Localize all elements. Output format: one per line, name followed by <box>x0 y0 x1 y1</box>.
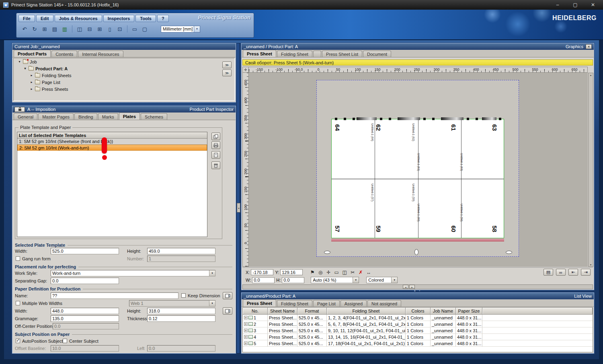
tree-item-job[interactable]: ▾ Job <box>14 58 234 65</box>
doc-add-icon[interactable]: ⊞ <box>95 25 104 33</box>
lock-button[interactable] <box>14 107 25 112</box>
collapse-icon[interactable]: ▸ <box>30 74 33 77</box>
fast-forward-alt-icon[interactable]: ≫ <box>222 70 232 76</box>
tab-not-assigned[interactable]: Not assigned <box>367 300 401 307</box>
fit-page-icon[interactable]: ⇥ <box>581 269 591 276</box>
autoposition-checkbox[interactable] <box>16 339 20 343</box>
separating-gap-field[interactable]: 0.0 <box>51 278 119 284</box>
table-row[interactable]: +1 Press Sheet... 525.0 x 45... 1, 2, 3,… <box>243 315 593 321</box>
select-tool-icon[interactable]: ⚑ <box>308 269 316 276</box>
tab-assigned[interactable]: Assigned <box>340 300 367 307</box>
tab-contents[interactable]: Contents <box>51 51 77 57</box>
col-no[interactable]: No. <box>243 308 268 315</box>
redo-icon[interactable]: ↻ <box>30 25 39 33</box>
x-field[interactable]: -170.18 <box>251 269 273 275</box>
tab-general[interactable]: General <box>14 113 37 120</box>
col-format[interactable]: Format <box>297 308 327 315</box>
keyboard-icon[interactable]: ▤ <box>544 269 553 276</box>
work-style-select[interactable]: Work-and-turn ▼ <box>51 270 215 276</box>
doc-center-icon[interactable]: ⊡ <box>115 25 124 33</box>
chevron-down-icon[interactable]: ▼ <box>209 270 215 276</box>
plate-width-field[interactable]: 525.0 <box>51 248 119 254</box>
doc-wide-icon[interactable]: ▭ <box>130 25 139 33</box>
tab-document[interactable]: Document <box>363 51 391 57</box>
col-paper-size[interactable]: Paper Size <box>456 308 482 315</box>
w-field[interactable]: 0.0 <box>252 277 275 283</box>
table-row[interactable]: +5 Press Sheet... 525.0 x 45... 17, 18(F… <box>243 340 593 347</box>
tab-page-list[interactable] <box>313 51 321 57</box>
close-panel-icon[interactable]: ✕ <box>586 44 592 49</box>
tab-press-sheet-lv[interactable]: Press Sheet <box>243 299 276 307</box>
col-colors[interactable]: Colors <box>406 308 431 315</box>
tab-schemes[interactable]: Schemes <box>141 113 167 120</box>
menu-file[interactable]: File <box>18 15 35 22</box>
tab-folding-sheet-lv[interactable]: Folding Sheet <box>277 300 312 307</box>
expand-plus-icon[interactable]: + <box>244 342 248 345</box>
chevron-down-icon[interactable]: ▼ <box>391 277 397 283</box>
swap-dimensions-icon[interactable] <box>223 307 232 315</box>
tab-press-sheet[interactable]: Press Sheet <box>243 50 276 57</box>
table-row[interactable]: +3 Press Sheet... 525.0 x 45... 9, 10, 1… <box>243 327 593 334</box>
unit-select[interactable]: Millimeter [mm] ▼ <box>161 26 200 33</box>
doc-inspect-icon[interactable]: ◫ <box>75 25 84 33</box>
expand-icon[interactable]: ▾ <box>18 60 21 63</box>
doc-sheet-icon[interactable]: ▢ <box>140 25 149 33</box>
tab-master-pages[interactable]: Master Pages <box>38 113 74 120</box>
cut-tool-icon[interactable]: ✂ <box>349 269 357 276</box>
y-field[interactable]: 129.16 <box>280 269 303 275</box>
splitter-handle[interactable]: ◂ <box>237 203 240 213</box>
collapse-icon[interactable]: ▸ <box>30 87 33 91</box>
vertical-splitter[interactable] <box>237 43 240 354</box>
menu-inspectors[interactable]: Inspectors <box>103 15 135 22</box>
undo-icon[interactable]: ↶ <box>20 25 29 33</box>
table-row[interactable]: +4 Press Sheet... 525.0 x 45... 13, 14, … <box>243 334 593 340</box>
tree-item-press-sheets[interactable]: ▸ Press Sheets <box>14 86 234 92</box>
tree-item-page-list[interactable]: ▸ Page List <box>14 79 234 86</box>
gang-run-checkbox[interactable] <box>16 256 20 261</box>
col-folding-sheet[interactable]: Folding Sheet <box>327 308 406 315</box>
menu-tools[interactable]: Tools <box>135 15 156 22</box>
tab-plates[interactable]: Plates <box>119 112 140 120</box>
multiple-web-checkbox[interactable] <box>16 301 20 305</box>
plate-template-row[interactable]: 1: SM 52 gm 10/Int (Sheetwise (front and… <box>17 139 207 145</box>
expand-plus-icon[interactable]: + <box>244 335 248 339</box>
layout-icon[interactable]: ⊞ <box>40 25 49 33</box>
maximize-icon[interactable]: ▢ <box>571 2 580 8</box>
output-template-icon[interactable] <box>211 141 220 149</box>
tab-page-list-lv[interactable]: Page List <box>313 300 340 307</box>
color-mode-select[interactable]: Colored ▼ <box>366 277 398 283</box>
delete-template-icon[interactable] <box>211 162 220 169</box>
expand-icon[interactable]: ▾ <box>23 67 27 70</box>
keep-dimension-checkbox[interactable] <box>181 293 186 298</box>
sheet-template-icon[interactable] <box>211 151 220 159</box>
thickness-field[interactable]: 0.12 <box>147 315 215 322</box>
scroll-right-icon[interactable]: ▸ <box>409 285 415 289</box>
col-sheet-name[interactable]: Sheet Name <box>268 308 297 315</box>
paper-width-field[interactable]: 448.0 <box>51 308 119 314</box>
measure-tool-icon[interactable]: ↔ <box>365 269 373 276</box>
horizontal-scrollbar[interactable]: ◂ ▸ <box>242 284 593 289</box>
grammage-field[interactable]: 135.0 <box>51 315 119 322</box>
marquee-tool-icon[interactable]: ▭ <box>332 269 340 276</box>
scroll-up-icon[interactable]: ▴ <box>590 74 591 76</box>
tree-item-product-part[interactable]: ▾ Product Part: A <box>14 65 234 72</box>
doc-remove-icon[interactable]: ⊟ <box>85 25 94 33</box>
minimize-icon[interactable]: – <box>553 2 562 8</box>
menu-help[interactable]: ? <box>157 15 169 22</box>
tab-binding[interactable]: Binding <box>74 113 97 120</box>
h-field[interactable]: 0.0 <box>282 277 304 283</box>
table-row[interactable]: +2 Press Sheet... 525.0 x 45... 5, 6, 7,… <box>243 321 593 327</box>
press-sheet-canvas[interactable]: 64 62 61 63 57 59 60 58 Untitled-1 (64) … <box>249 73 588 267</box>
doc-page-icon[interactable]: ▯ <box>105 25 114 33</box>
chevron-down-icon[interactable]: ▼ <box>353 277 359 283</box>
zoom-tool-icon[interactable]: ◎ <box>316 269 324 276</box>
tab-folding-sheet[interactable]: Folding Sheet <box>277 51 312 57</box>
fit-width-icon[interactable]: ⇤ <box>568 269 578 276</box>
paper-name-field[interactable]: ?? <box>51 292 178 299</box>
delete-tool-icon[interactable]: ✗ <box>357 269 365 276</box>
scroll-down-icon[interactable]: ▾ <box>590 263 591 266</box>
duplicate-tool-icon[interactable]: ◫ <box>340 269 349 276</box>
collapse-icon[interactable]: ▸ <box>30 80 33 84</box>
col-job-name[interactable]: Job Name <box>431 308 456 315</box>
close-icon[interactable]: ✕ <box>589 2 597 8</box>
